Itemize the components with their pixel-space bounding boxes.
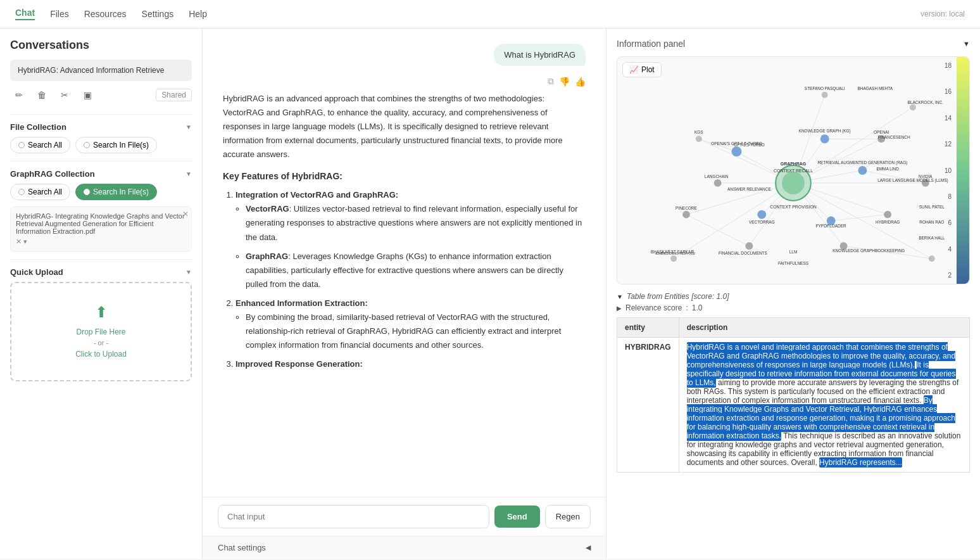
- edit-icon: ✏: [15, 90, 23, 100]
- nav-resources[interactable]: Resources: [84, 9, 127, 19]
- svg-text:RETRIEVAL AUGMENTED GENERATION: RETRIEVAL AUGMENTED GENERATION (RAG): [817, 160, 907, 165]
- edit-button[interactable]: ✏: [10, 86, 28, 104]
- svg-text:KGS: KGS: [694, 130, 703, 134]
- file-list: HybridRAG- Integrating Knowledge Graphs …: [10, 207, 192, 251]
- response-intro: HybridRAG is an advanced approach that c…: [223, 92, 586, 162]
- plot-label: Plot: [641, 65, 655, 74]
- nav-settings[interactable]: Settings: [142, 9, 174, 19]
- svg-text:LANGCHAIN: LANGCHAIN: [705, 174, 729, 179]
- quick-upload-section: Quick Upload ▼ ⬆ Drop File Here - or - C…: [10, 267, 192, 381]
- copy-button[interactable]: ✂: [56, 86, 73, 104]
- chat-input-area: Send Regen: [203, 497, 606, 536]
- panel-arrow[interactable]: ▼: [963, 40, 970, 48]
- quick-upload-arrow[interactable]: ▼: [185, 269, 192, 276]
- svg-text:KNOWLEDGE GRAPH (KG): KNOWLEDGE GRAPH (KG): [799, 129, 851, 134]
- feature-2-title: Enhanced Information Extraction:: [236, 298, 368, 308]
- scale-12: 12: [945, 141, 952, 148]
- svg-text:LLM: LLM: [789, 250, 798, 254]
- svg-text:SUNIL PATEL: SUNIL PATEL: [919, 205, 945, 209]
- graphrag-search-in-files-btn[interactable]: Search In File(s): [75, 184, 157, 200]
- vectorrag-label: VectorRAG: [246, 204, 289, 213]
- graphrag-search-all-dot: [18, 189, 25, 195]
- file-action-x[interactable]: ✕ ▾: [16, 238, 27, 246]
- chat-input[interactable]: [218, 505, 489, 528]
- network-graph: GRAPHRAG CONTEXT RECALL CONTEXT PROVISIO…: [617, 57, 969, 284]
- copy-icon: ✂: [61, 90, 68, 100]
- relevance-expand-arrow[interactable]: ▶: [617, 305, 622, 312]
- drop-text: Drop File Here: [22, 326, 180, 338]
- highlighted-desc: HybridRAG is a novel and integrated appr…: [687, 342, 955, 370]
- svg-text:FYPDPLOADER: FYPDPLOADER: [816, 224, 846, 228]
- feature-1-title: Integration of VectorRAG and GraphRAG:: [236, 190, 398, 200]
- divider-1: [10, 114, 192, 115]
- svg-text:FINANCIAL DOCUMENTS: FINANCIAL DOCUMENTS: [719, 251, 768, 255]
- svg-text:ANSWER RELEVANCE: ANSWER RELEVANCE: [727, 187, 771, 191]
- thumbs-down-btn[interactable]: 👎: [559, 76, 570, 87]
- file-search-in-files-dot: [84, 142, 90, 148]
- feature-1: Integration of VectorRAG and GraphRAG: V…: [236, 188, 586, 291]
- delete-button[interactable]: 🗑: [33, 86, 51, 104]
- feature-2-items: By combining the broad, similarity-based…: [236, 310, 586, 352]
- feature-2-item-1: By combining the broad, similarity-based…: [246, 310, 586, 352]
- chat-settings-bar[interactable]: Chat settings ◀: [203, 536, 606, 559]
- col-entity: entity: [617, 318, 679, 338]
- scale-16: 16: [945, 88, 952, 95]
- delete-icon: 🗑: [37, 90, 46, 100]
- scale-8: 8: [945, 193, 952, 200]
- graphrag-collection-arrow[interactable]: ▼: [185, 170, 192, 177]
- sidebar: Conversations HybridRAG: Advanced Inform…: [0, 29, 203, 559]
- svg-point-42: [929, 255, 935, 262]
- file-search-all-btn[interactable]: Search All: [10, 137, 70, 153]
- conversations-title: Conversations: [10, 39, 192, 52]
- svg-point-25: [782, 172, 805, 194]
- svg-text:GRAPHRAG: GRAPHRAG: [781, 162, 807, 166]
- svg-text:BHASKARJIT SARKAR: BHASKARJIT SARKAR: [651, 250, 694, 254]
- graphrag-search-all-btn[interactable]: Search All: [10, 184, 70, 200]
- plot-icon: 📈: [629, 65, 639, 74]
- svg-text:BHAGASH MEHTA: BHAGASH MEHTA: [858, 86, 893, 91]
- file-collection-title: File Collection: [10, 122, 66, 132]
- click-to-upload-text: Click to Upload: [22, 348, 180, 360]
- graphrag-collection-title: GraphRAG Collection: [10, 169, 95, 179]
- data-table: entity description HYBRIDRAG HybridRAG i…: [617, 317, 970, 473]
- upload-area[interactable]: ⬆ Drop File Here - or - Click to Upload: [10, 282, 192, 381]
- or-text: - or -: [22, 338, 180, 348]
- svg-point-40: [910, 105, 916, 111]
- nav-files[interactable]: Files: [50, 9, 69, 19]
- regen-button[interactable]: Regen: [545, 505, 591, 528]
- nav-help[interactable]: Help: [189, 9, 207, 19]
- panel-header: Information panel ▼: [617, 39, 970, 49]
- user-bubble: What is HybridRAG: [494, 44, 586, 66]
- svg-text:PINECORE: PINECORE: [675, 206, 697, 210]
- table-meta: Table from Entities [score: 1.0]: [627, 292, 729, 301]
- file-search-in-files-btn[interactable]: Search In File(s): [75, 137, 157, 153]
- grid-button[interactable]: ▣: [79, 86, 96, 104]
- features-list: Integration of VectorRAG and GraphRAG: V…: [223, 188, 586, 371]
- svg-text:FINANCESENCH: FINANCESENCH: [878, 135, 910, 139]
- graph-container: 📈 Plot: [617, 56, 970, 284]
- svg-point-28: [858, 166, 867, 175]
- conversation-actions: ✏ 🗑 ✂ ▣ Shared: [10, 86, 192, 104]
- panel-title: Information panel: [617, 39, 685, 49]
- svg-text:EMMA LIND: EMMA LIND: [876, 167, 899, 171]
- graphrag-search-all-label: Search All: [28, 188, 62, 196]
- file-collection-arrow[interactable]: ▼: [185, 124, 192, 130]
- svg-point-27: [820, 134, 829, 143]
- file-search-in-files-label: Search In File(s): [93, 141, 149, 150]
- grid-icon: ▣: [84, 90, 92, 100]
- highlighted-desc-4: HybridRAG represents...: [819, 457, 902, 468]
- svg-point-26: [732, 146, 742, 156]
- plot-button[interactable]: 📈 Plot: [622, 62, 662, 77]
- send-button[interactable]: Send: [494, 506, 540, 528]
- copy-msg-btn[interactable]: ⧉: [548, 76, 554, 87]
- graphrag-collection-header: GraphRAG Collection ▼: [10, 169, 192, 179]
- thumbs-up-btn[interactable]: 👍: [575, 76, 586, 87]
- remove-file-btn[interactable]: ✕: [182, 210, 189, 219]
- upload-icon: ⬆: [22, 303, 180, 321]
- conversation-item[interactable]: HybridRAG: Advanced Information Retrieve: [10, 60, 192, 81]
- table-section-arrow[interactable]: ▼: [617, 293, 623, 300]
- scale-14: 14: [945, 115, 952, 122]
- nav-chat[interactable]: Chat: [15, 8, 35, 20]
- graphrag-search-in-files-label: Search In File(s): [93, 188, 149, 196]
- graphrag-search-in-files-dot: [84, 189, 90, 195]
